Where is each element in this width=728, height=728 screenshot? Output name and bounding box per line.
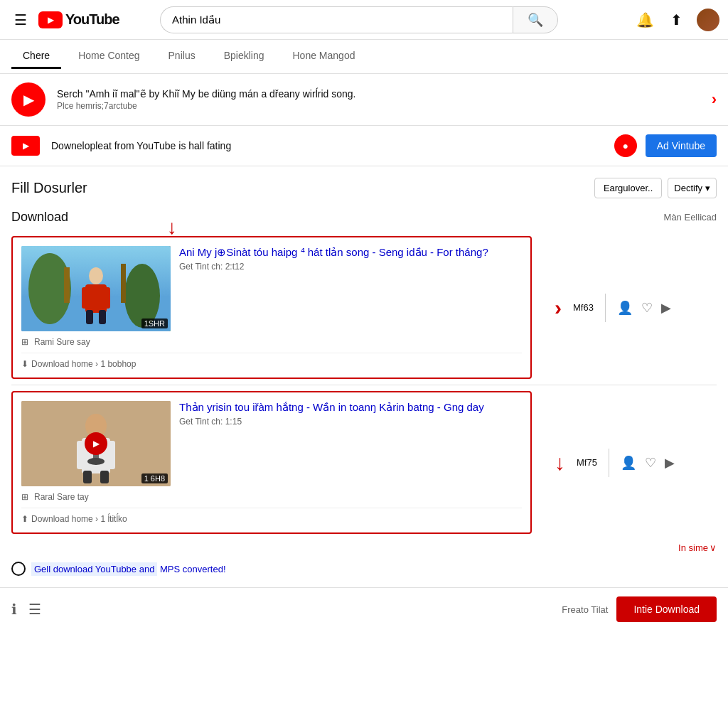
bottom-link-text2: MPS converted! bbox=[160, 564, 226, 574]
video-meta-1: ⊞ Rami Sure say bbox=[21, 337, 522, 347]
svg-point-5 bbox=[89, 267, 103, 284]
tab-home-conteg[interactable]: Home Conteg bbox=[67, 44, 151, 69]
duration-badge-2: 1 6H8 bbox=[141, 473, 168, 483]
video-meta-2: ⊞ Raral Sare tay bbox=[21, 492, 522, 502]
divider-2 bbox=[609, 449, 609, 477]
arrow-down-icon: ↓ bbox=[555, 451, 565, 475]
dropdown-arrow-icon: ▾ bbox=[705, 183, 710, 193]
list-icon[interactable]: ☰ bbox=[28, 601, 41, 618]
heart-icon-2[interactable]: ♡ bbox=[645, 455, 656, 471]
video-card-1-content: 1SHR Ani My j⊕Sinàt tóu haipg ⁴ hát tlản… bbox=[0, 230, 543, 385]
in-sime-button[interactable]: In sime ∨ bbox=[678, 542, 717, 553]
video-card-2-inner: ▶ 1 6H8 Thản yrisin tou iřàm hắtng - Wần… bbox=[21, 401, 522, 486]
download-icon-1: ⬇ bbox=[21, 359, 28, 369]
video-card-2-row: ▶ 1 6H8 Thản yrisin tou iřàm hắtng - Wần… bbox=[0, 385, 728, 540]
bottom-link-row: Gell download YouTubbe and MPS converted… bbox=[0, 556, 728, 582]
video-info-2: Thản yrisin tou iřàm hắtng - Wần in toan… bbox=[179, 401, 522, 486]
play-icon-1[interactable]: ▶ bbox=[661, 300, 671, 316]
video-card-1: 1SHR Ani My j⊕Sinàt tóu haipg ⁴ hát tlản… bbox=[11, 236, 532, 379]
video-thumbnail-1: 1SHR bbox=[21, 246, 171, 331]
promo-text-1: Serch "Amh iĩ mal"ẽ by Khiĩ My be diüng … bbox=[57, 88, 712, 111]
channel-name-1[interactable]: Rami Sure say bbox=[34, 337, 90, 347]
video-card-1-inner: 1SHR Ani My j⊕Sinàt tóu haipg ⁴ hát tlản… bbox=[21, 246, 522, 331]
upload-icon[interactable]: ⬆ bbox=[665, 9, 688, 31]
dectify-button[interactable]: Dectify ▾ bbox=[668, 178, 717, 198]
bottom-link-highlight: Gell download YouTubbe and bbox=[31, 562, 157, 576]
freat-label: Freato Tilat bbox=[562, 604, 608, 615]
play-icon-2[interactable]: ▶ bbox=[665, 455, 675, 471]
promo-subtitle-1: Plce hemris;7arctube bbox=[57, 101, 712, 111]
meter-label-2: Mf75 bbox=[577, 457, 597, 468]
intie-download-button[interactable]: Intie Download bbox=[616, 596, 717, 622]
tab-hone-mangod[interactable]: Hone Mangod bbox=[282, 44, 367, 69]
search-button[interactable]: 🔍 bbox=[513, 6, 558, 33]
bottom-link-text[interactable]: Gell download YouTubbe and MPS converted… bbox=[31, 564, 226, 574]
promo2-red-icon: ● bbox=[614, 134, 637, 157]
grid-icon-1: ⊞ bbox=[21, 337, 28, 347]
action-icons-2: 👤 ♡ ▶ bbox=[621, 455, 675, 471]
video-card-2: ▶ 1 6H8 Thản yrisin tou iřàm hắtng - Wần… bbox=[11, 391, 532, 534]
video-card-2-content: ▶ 1 6H8 Thản yrisin tou iřàm hắtng - Wần… bbox=[0, 385, 543, 540]
download-more[interactable]: Màn Eellicad bbox=[664, 212, 717, 223]
footer-text-1: Download home › 1 bobhop bbox=[31, 359, 136, 369]
video-subtitle-2: Get Tint ch: 1:15 bbox=[179, 417, 522, 427]
hamburger-icon[interactable]: ☰ bbox=[9, 6, 33, 34]
avatar[interactable] bbox=[697, 9, 719, 31]
info-icon[interactable]: ℹ bbox=[11, 601, 17, 618]
video-footer-1: ⬇ Download home › 1 bobhop bbox=[21, 353, 522, 369]
ad-vintube-button[interactable]: Ad Vintube bbox=[646, 134, 717, 157]
bell-icon[interactable]: 🔔 bbox=[634, 9, 657, 31]
youtube-logo[interactable]: YouTube bbox=[38, 11, 119, 28]
tab-pnilus[interactable]: Pnilus bbox=[157, 44, 207, 69]
download-label-row: Download Màn Eellicad bbox=[0, 204, 728, 230]
promo-banner-2: ▶ Downelopleat from YouTube is hall fati… bbox=[0, 126, 728, 166]
section-header: Fill Dosurler Eargulover.. Dectify ▾ bbox=[0, 166, 728, 204]
video-title-1[interactable]: Ani My j⊕Sinàt tóu haipg ⁴ hát tlản song… bbox=[179, 246, 522, 259]
nav-tabs: Chere Home Conteg Pnilus Bpiekling Hone … bbox=[0, 40, 728, 74]
channel-name-2[interactable]: Raral Sare tay bbox=[34, 492, 89, 502]
bottom-bar: ℹ ☰ Freato Tilat Intie Download bbox=[0, 587, 728, 631]
circle-icon bbox=[11, 562, 26, 576]
svg-rect-4 bbox=[121, 264, 126, 303]
duration-badge-1: 1SHR bbox=[141, 318, 168, 328]
video-card-1-side: › Mf63 👤 ♡ ▶ bbox=[543, 294, 728, 322]
promo-play-icon: ▶ bbox=[11, 82, 46, 117]
search-input[interactable] bbox=[160, 6, 513, 33]
footer-text-2: Download home › 1 ĺtitĺko bbox=[31, 514, 127, 524]
grid-icon-2: ⊞ bbox=[21, 492, 28, 502]
search-bar: 🔍 bbox=[160, 6, 558, 33]
play-overlay-2: ▶ bbox=[85, 432, 107, 455]
divider-1 bbox=[605, 294, 606, 322]
video-card-1-row: 1SHR Ani My j⊕Sinàt tóu haipg ⁴ hát tlản… bbox=[0, 230, 728, 385]
arrow-right-icon: › bbox=[555, 296, 562, 320]
svg-point-19 bbox=[87, 458, 105, 465]
promo-chevron-icon[interactable]: › bbox=[712, 90, 717, 109]
video-footer-2: ⬆ Download home › 1 ĺtitĺko bbox=[21, 508, 522, 524]
header-right: 🔔 ⬆ bbox=[634, 9, 719, 31]
svg-rect-10 bbox=[99, 310, 106, 324]
video-title-2[interactable]: Thản yrisin tou iřàm hắtng - Wần in toan… bbox=[179, 401, 522, 414]
promo-title-1: Serch "Amh iĩ mal"ẽ by Khiĩ My be diüng … bbox=[57, 88, 712, 100]
promo2-text: Downelopleat from YouTube is hall fating bbox=[51, 140, 614, 151]
promo-banner-1[interactable]: ▶ Serch "Amh iĩ mal"ẽ by Khiĩ My be diün… bbox=[0, 74, 728, 126]
meter-label-1: Mf63 bbox=[573, 302, 594, 313]
header: ☰ YouTube 🔍 🔔 ⬆ bbox=[0, 0, 728, 40]
action-icons-1: 👤 ♡ ▶ bbox=[617, 300, 671, 316]
heart-icon-1[interactable]: ♡ bbox=[641, 300, 653, 316]
in-sime-label: In sime bbox=[678, 542, 708, 553]
download-title: Download bbox=[11, 210, 68, 225]
person-icon-2[interactable]: 👤 bbox=[621, 455, 636, 471]
in-sime-row: In sime ∨ bbox=[0, 540, 728, 556]
eargulover-button[interactable]: Eargulover.. bbox=[594, 178, 662, 198]
tab-bpiekling[interactable]: Bpiekling bbox=[213, 44, 276, 69]
yt-logo-text: YouTube bbox=[65, 11, 119, 28]
person-icon-1[interactable]: 👤 bbox=[617, 300, 633, 316]
svg-rect-16 bbox=[83, 471, 92, 483]
section-title: Fill Dosurler bbox=[11, 180, 87, 196]
promo2-logo-icon: ▶ bbox=[11, 136, 40, 156]
video-thumbnail-2: ▶ 1 6H8 bbox=[21, 401, 171, 486]
bottom-bar-left: ℹ ☰ bbox=[11, 601, 41, 618]
video-subtitle-1: Get Tint ch: 2:t12 bbox=[179, 262, 522, 272]
svg-rect-17 bbox=[100, 471, 109, 483]
tab-chere[interactable]: Chere bbox=[11, 44, 61, 69]
